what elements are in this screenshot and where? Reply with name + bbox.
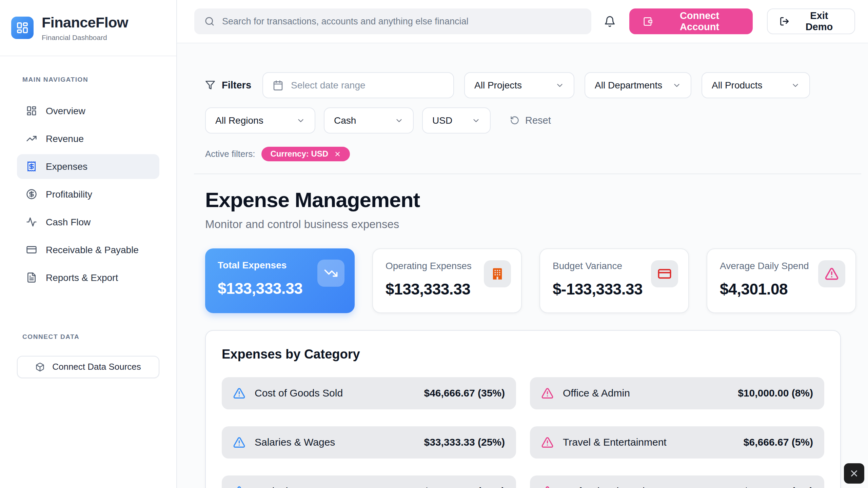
layout-dashboard-icon xyxy=(26,105,37,116)
category-row-travel-entertainment: Travel & Entertainment $6,666.67 (5%) xyxy=(530,426,824,459)
category-label: Marketing xyxy=(255,485,299,488)
category-label: Office & Admin xyxy=(563,387,630,399)
exit-demo-label: Exit Demo xyxy=(796,10,843,33)
stat-label: Total Expenses xyxy=(218,260,302,271)
departments-select[interactable]: All Departments xyxy=(585,72,691,98)
search-box xyxy=(194,8,591,34)
sidebar-item-label: Revenue xyxy=(46,133,84,145)
sidebar-item-profitability[interactable]: Profitability xyxy=(17,182,159,207)
chevron-down-icon xyxy=(672,81,681,90)
content-area: Filters Select date range All Projects A… xyxy=(177,43,868,488)
sidebar-item-revenue[interactable]: Revenue xyxy=(17,126,159,151)
stat-icon-box xyxy=(484,260,511,287)
projects-select-value: All Projects xyxy=(474,80,522,91)
stat-label: Operating Expenses xyxy=(386,260,472,272)
close-icon xyxy=(849,468,859,479)
category-label: Salaries & Wages xyxy=(255,436,335,448)
date-range-placeholder: Select date range xyxy=(291,80,366,91)
stat-icon-box xyxy=(651,260,678,287)
filters-row-1: Filters Select date range All Projects A… xyxy=(205,72,855,98)
stat-text-block: Total Expenses $133,333.33 xyxy=(218,260,302,313)
sidebar-item-label: Reports & Export xyxy=(46,272,118,284)
stat-value: $4,301.08 xyxy=(720,280,809,299)
currency-select-value: USD xyxy=(432,115,452,126)
alert-triangle-icon xyxy=(825,267,839,281)
alert-triangle-icon xyxy=(541,485,554,488)
topbar: Connect Account Exit Demo xyxy=(177,0,868,43)
calendar-icon xyxy=(273,80,283,91)
category-row-cost-of-goods-sold: Cost of Goods Sold $46,666.67 (35%) xyxy=(222,377,516,409)
connect-data-sources-button[interactable]: Connect Data Sources xyxy=(17,356,159,378)
sidebar-item-receivable-payable[interactable]: Receivable & Payable xyxy=(17,238,159,262)
stat-text-block: Operating Expenses $133,333.33 xyxy=(386,260,472,312)
stat-label: Budget Variance xyxy=(553,260,643,272)
sidebar-item-reports-export[interactable]: Reports & Export xyxy=(17,265,159,290)
connect-account-button[interactable]: Connect Account xyxy=(629,8,752,34)
building-icon xyxy=(490,267,505,281)
circle-dollar-icon xyxy=(26,189,37,200)
sidebar-item-overview[interactable]: Overview xyxy=(17,99,159,123)
stat-card-average-daily-spend[interactable]: Average Daily Spend $4,301.08 xyxy=(707,248,856,313)
exit-demo-button[interactable]: Exit Demo xyxy=(767,8,855,34)
alert-triangle-icon xyxy=(541,387,554,400)
category-value: $6,666.67 (5%) xyxy=(744,436,813,448)
chevron-down-icon xyxy=(472,116,480,125)
layout-dashboard-icon xyxy=(16,21,29,34)
products-select[interactable]: All Products xyxy=(702,72,810,98)
rotate-ccw-icon xyxy=(510,116,519,125)
section-divider xyxy=(194,174,861,174)
search-input[interactable] xyxy=(222,16,581,27)
package-icon xyxy=(35,362,45,372)
sidebar-section-label-connect: CONNECT DATA xyxy=(22,333,154,341)
filters-label: Filters xyxy=(222,79,251,91)
sidebar-item-cash-flow[interactable]: Cash Flow xyxy=(17,210,159,235)
stat-value: $133,333.33 xyxy=(218,279,302,298)
sidebar-header: FinanceFlow Financial Dashboard xyxy=(0,0,176,56)
brand-name: FinanceFlow xyxy=(42,14,128,32)
credit-card-icon xyxy=(657,267,672,281)
notifications-button[interactable] xyxy=(600,12,619,31)
reset-filters-button[interactable]: Reset xyxy=(510,115,551,126)
sidebar-item-label: Expenses xyxy=(46,161,87,172)
file-text-icon xyxy=(26,272,37,283)
trending-down-icon xyxy=(324,266,338,280)
active-filters-row: Active filters: Currency: USD xyxy=(205,147,855,161)
stat-card-total-expenses[interactable]: Total Expenses $133,333.33 xyxy=(205,248,355,313)
category-row-office-admin: Office & Admin $10,000.00 (8%) xyxy=(530,377,824,409)
active-filter-chip-label: Currency: USD xyxy=(270,149,328,159)
main-area: Connect Account Exit Demo Filters xyxy=(177,0,868,488)
departments-select-value: All Departments xyxy=(595,80,662,91)
sidebar-item-label: Profitability xyxy=(46,189,92,200)
stat-text-block: Budget Variance $-133,333.33 xyxy=(553,260,643,312)
currency-select[interactable]: USD xyxy=(422,107,491,134)
alert-triangle-icon xyxy=(233,436,245,449)
close-overlay-button[interactable] xyxy=(844,463,864,484)
active-filters-label: Active filters: xyxy=(205,149,255,159)
reset-label: Reset xyxy=(525,115,551,126)
date-range-input[interactable]: Select date range xyxy=(262,72,454,98)
projects-select[interactable]: All Projects xyxy=(464,72,574,98)
close-icon[interactable] xyxy=(334,150,341,158)
regions-select[interactable]: All Regions xyxy=(205,107,315,134)
sidebar-item-label: Cash Flow xyxy=(46,217,91,228)
page-subtitle: Monitor and control business expenses xyxy=(205,218,855,231)
category-label: Travel & Entertainment xyxy=(563,436,667,448)
stat-text-block: Average Daily Spend $4,301.08 xyxy=(720,260,809,312)
sidebar: FinanceFlow Financial Dashboard MAIN NAV… xyxy=(0,0,177,488)
chevron-down-icon xyxy=(555,81,564,90)
stat-card-operating-expenses[interactable]: Operating Expenses $133,333.33 xyxy=(372,248,522,313)
connect-data-sources-label: Connect Data Sources xyxy=(52,362,141,372)
sidebar-item-label: Overview xyxy=(46,105,85,117)
stat-card-budget-variance[interactable]: Budget Variance $-133,333.33 xyxy=(539,248,689,313)
alert-triangle-icon xyxy=(233,387,245,400)
active-filter-chip-currency[interactable]: Currency: USD xyxy=(261,147,350,161)
stat-label: Average Daily Spend xyxy=(720,260,809,272)
category-row-marketing: Marketing $20,000.00 (15%) xyxy=(222,475,516,488)
payment-method-select[interactable]: Cash xyxy=(324,107,414,134)
regions-select-value: All Regions xyxy=(215,115,263,126)
search-icon xyxy=(204,16,215,26)
trending-up-icon xyxy=(26,133,37,144)
chevron-down-icon xyxy=(395,116,403,125)
category-value: $20,000.00 (15%) xyxy=(424,485,505,488)
sidebar-item-expenses[interactable]: Expenses xyxy=(17,154,159,179)
